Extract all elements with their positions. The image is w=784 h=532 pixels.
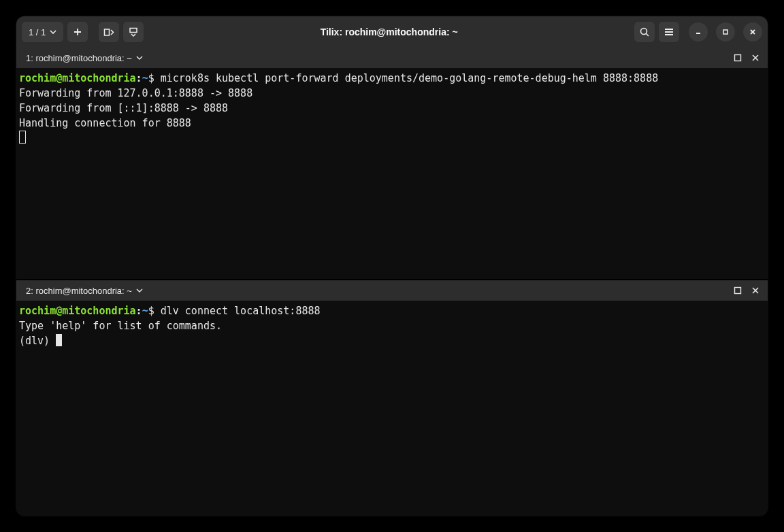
pane-1-titlebar: 1: rochim@mitochondria: ~ bbox=[16, 48, 768, 68]
titlebar: 1 / 1 Tilix: rochim@mitochondria: ~ bbox=[16, 16, 768, 48]
prompt-path: ~ bbox=[142, 305, 148, 317]
command-text: microk8s kubectl port-forward deployment… bbox=[161, 72, 659, 84]
pane-2-maximize-button[interactable] bbox=[734, 286, 742, 295]
close-icon bbox=[751, 54, 760, 62]
output-line: Handling connection for 8888 bbox=[19, 117, 191, 129]
search-icon bbox=[639, 27, 650, 37]
prompt-symbol: $ bbox=[148, 72, 154, 84]
svg-rect-0 bbox=[105, 29, 110, 35]
terminal-pane-1: 1: rochim@mitochondria: ~ rochim@mitocho… bbox=[16, 48, 768, 279]
prompt-path: ~ bbox=[142, 72, 148, 84]
search-button[interactable] bbox=[634, 22, 655, 42]
window-title: Tilix: rochim@mitochondria: ~ bbox=[148, 27, 630, 37]
window-controls bbox=[689, 22, 762, 41]
close-icon bbox=[749, 28, 757, 36]
maximize-button[interactable] bbox=[716, 22, 735, 41]
chevron-down-icon bbox=[50, 30, 56, 34]
prompt-user-host: rochim@mitochondria bbox=[19, 305, 136, 317]
chevron-down-icon[interactable] bbox=[136, 56, 143, 60]
split-right-icon bbox=[103, 27, 114, 37]
terminal-1-content[interactable]: rochim@mitochondria:~$ microk8s kubectl … bbox=[16, 68, 768, 279]
maximize-icon bbox=[734, 286, 742, 295]
minimize-icon bbox=[694, 28, 702, 36]
minimize-button[interactable] bbox=[689, 22, 708, 41]
plus-icon bbox=[73, 27, 82, 37]
app-window: 1 / 1 Tilix: rochim@mitochondria: ~ bbox=[16, 16, 768, 516]
command-text: dlv connect localhost:8888 bbox=[161, 305, 321, 317]
output-line: Forwarding from 127.0.0.1:8888 -> 8888 bbox=[19, 87, 252, 99]
split-right-button[interactable] bbox=[99, 22, 119, 42]
svg-rect-1 bbox=[130, 29, 137, 33]
close-icon bbox=[751, 286, 760, 295]
repl-prompt: (dlv) bbox=[19, 335, 56, 347]
terminal-pane-2: 2: rochim@mitochondria: ~ rochim@mitocho… bbox=[16, 280, 768, 516]
session-selector-label: 1 / 1 bbox=[29, 27, 46, 37]
svg-rect-3 bbox=[723, 30, 728, 34]
svg-rect-5 bbox=[735, 288, 741, 294]
pane-2-title-label: 2: rochim@mitochondria: ~ bbox=[26, 286, 132, 296]
pane-1-close-button[interactable] bbox=[751, 54, 760, 62]
terminal-2-content[interactable]: rochim@mitochondria:~$ dlv connect local… bbox=[16, 301, 768, 516]
prompt-symbol: $ bbox=[148, 305, 154, 317]
split-down-button[interactable] bbox=[123, 22, 144, 42]
cursor-inactive bbox=[19, 131, 26, 144]
pane-1-title-label: 1: rochim@mitochondria: ~ bbox=[26, 53, 132, 63]
hamburger-icon bbox=[664, 27, 674, 37]
svg-rect-4 bbox=[735, 55, 741, 61]
pane-2-titlebar: 2: rochim@mitochondria: ~ bbox=[16, 280, 768, 301]
session-selector-button[interactable]: 1 / 1 bbox=[22, 22, 63, 42]
add-terminal-button[interactable] bbox=[67, 22, 88, 42]
maximize-icon bbox=[721, 28, 730, 36]
chevron-down-icon[interactable] bbox=[136, 288, 143, 293]
pane-1-maximize-button[interactable] bbox=[734, 54, 742, 62]
output-line: Type 'help' for list of commands. bbox=[19, 320, 222, 332]
prompt-user-host: rochim@mitochondria bbox=[19, 72, 136, 84]
cursor-active bbox=[56, 334, 62, 346]
menu-button[interactable] bbox=[659, 22, 679, 42]
maximize-icon bbox=[734, 54, 742, 62]
pane-2-close-button[interactable] bbox=[751, 286, 760, 295]
output-line: Forwarding from [::1]:8888 -> 8888 bbox=[19, 102, 228, 114]
split-down-icon bbox=[128, 27, 139, 37]
close-button[interactable] bbox=[743, 22, 762, 41]
svg-point-2 bbox=[641, 29, 647, 35]
